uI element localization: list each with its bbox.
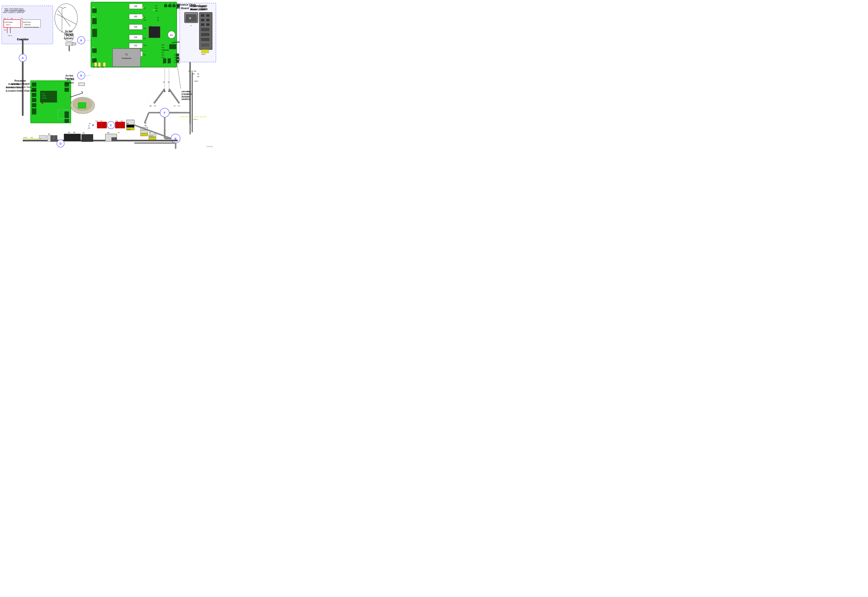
svg-text:BK: BK	[193, 73, 195, 75]
watermark-text: ArtParts	[206, 146, 213, 148]
svg-rect-150	[201, 43, 210, 47]
svg-rect-144	[206, 19, 210, 21]
svg-rect-206	[32, 108, 36, 114]
svg-rect-261	[111, 138, 117, 141]
svg-rect-105	[168, 4, 171, 7]
svg-text:D10: D10	[144, 45, 146, 46]
svg-rect-61	[92, 18, 96, 24]
svg-point-27	[66, 35, 69, 38]
svg-text:K5: K5	[134, 15, 137, 18]
svg-text:D9: D9	[144, 54, 145, 56]
svg-rect-71	[98, 62, 101, 67]
svg-text:Connect: Connect	[65, 77, 74, 80]
svg-text:BK: BK	[73, 131, 76, 133]
svg-rect-73	[103, 62, 105, 67]
svg-text:D19: D19	[161, 56, 164, 58]
svg-text:GN/YL: GN/YL	[149, 135, 154, 137]
svg-rect-205	[32, 103, 36, 107]
svg-text:⊕: ⊕	[191, 25, 192, 26]
svg-rect-209	[65, 111, 69, 118]
svg-text:GN: GN	[31, 137, 33, 138]
svg-rect-228	[97, 122, 102, 128]
svg-text:Procenter: Procenter	[15, 79, 26, 82]
svg-text:GN/YL: GN/YL	[8, 35, 13, 37]
svg-point-138	[189, 17, 191, 19]
svg-text:S1: S1	[157, 17, 159, 18]
svg-rect-201	[32, 83, 36, 86]
svg-rect-43	[79, 83, 84, 85]
svg-text:Rd: Rd	[4, 29, 6, 31]
svg-text:D11: D11	[144, 38, 146, 39]
svg-text:BK: BK	[197, 73, 199, 75]
svg-rect-152	[201, 50, 209, 53]
svg-rect-106	[173, 4, 175, 7]
svg-rect-229	[102, 122, 107, 128]
svg-text:or: or	[88, 125, 90, 127]
svg-rect-143	[201, 19, 204, 21]
svg-text:C: C	[7, 18, 8, 19]
svg-text:J9,: J9,	[174, 54, 176, 56]
svg-rect-8	[4, 20, 21, 28]
svg-text:BK: BK	[107, 132, 110, 134]
svg-text:D21: D21	[161, 52, 164, 53]
svg-text:Transformer: Transformer	[121, 57, 132, 59]
svg-text:Interface Board: Interface Board	[11, 83, 30, 85]
svg-rect-207	[65, 83, 69, 86]
svg-rect-110	[169, 45, 176, 49]
svg-rect-208	[65, 88, 69, 92]
svg-text:Solenoid: Solenoid	[24, 24, 30, 26]
svg-text:BK: BK	[68, 131, 70, 133]
svg-text:D18: D18	[155, 7, 158, 9]
svg-text:GN/YL: GN/YL	[193, 119, 198, 120]
svg-rect-69	[95, 62, 97, 67]
svg-text:(Located Under Chair Seat): (Located Under Chair Seat)	[6, 86, 31, 88]
svg-text:NO: NO	[4, 18, 6, 19]
svg-text:T1: T1	[125, 53, 128, 56]
svg-rect-223	[78, 102, 86, 108]
svg-text:D1: D1	[144, 17, 145, 18]
svg-text:BK: BK	[197, 76, 199, 77]
svg-point-86	[153, 9, 154, 10]
svg-text:BK: BK	[83, 132, 85, 134]
svg-rect-234	[115, 122, 120, 128]
svg-text:SP1: SP1	[170, 34, 173, 36]
svg-rect-130	[176, 57, 179, 59]
svg-text:B: B	[80, 74, 82, 77]
svg-text:BK: BK	[11, 18, 13, 19]
svg-text:POWER: POWER	[42, 97, 47, 99]
svg-text:F1: F1	[93, 67, 95, 68]
svg-text:J8: J8	[173, 3, 175, 4]
svg-rect-107	[177, 4, 180, 7]
svg-rect-253	[50, 135, 54, 142]
svg-rect-204	[32, 98, 36, 102]
svg-text:K6: K6	[134, 5, 137, 7]
svg-text:B: B	[80, 39, 82, 42]
svg-rect-255	[64, 134, 81, 141]
svg-text:Bowl Flush: Bowl Flush	[23, 21, 31, 23]
svg-rect-248	[39, 135, 46, 138]
svg-rect-65	[92, 49, 96, 53]
svg-text:J6: J6	[169, 3, 171, 4]
svg-text:BK: BK	[191, 70, 193, 72]
svg-text:illumination: illumination	[182, 95, 191, 97]
svg-text:BK: BK	[48, 133, 50, 135]
svg-rect-203	[32, 93, 36, 97]
svg-text:RD: RD	[95, 120, 98, 122]
svg-text:K2: K2	[134, 44, 137, 47]
svg-text:WH: WH	[147, 101, 150, 103]
svg-rect-11	[22, 20, 40, 28]
svg-text:Note: Limit Switch opens: Note: Limit Switch opens	[4, 7, 24, 10]
svg-text:J3: J3	[92, 56, 94, 58]
svg-text:Connect: Connect	[64, 33, 73, 35]
svg-rect-147	[201, 28, 210, 31]
main-diagram-svg: Note: Limit Switch opens when Cuspidor i…	[0, 0, 217, 149]
svg-point-216	[41, 102, 43, 104]
svg-rect-196	[149, 137, 156, 140]
svg-point-88	[142, 7, 144, 9]
svg-text:J2: J2	[92, 47, 94, 48]
svg-text:BK: BK	[127, 123, 129, 124]
svg-text:BK: BK	[149, 132, 151, 134]
svg-text:C: C	[110, 123, 112, 127]
svg-text:BR: BR	[118, 132, 120, 134]
svg-rect-142	[206, 14, 210, 17]
